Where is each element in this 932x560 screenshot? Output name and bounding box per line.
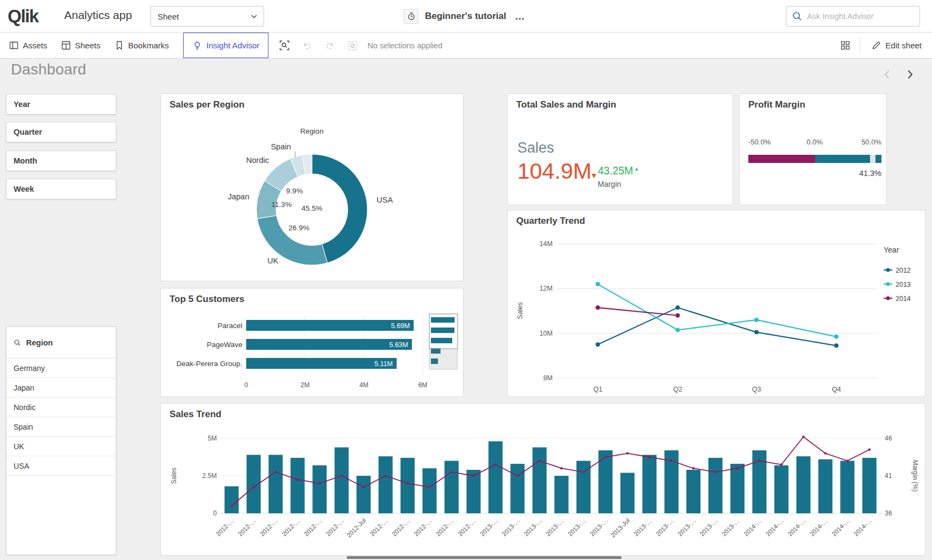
undo-button[interactable] xyxy=(297,35,317,56)
sheet-title: Dashboard xyxy=(11,61,86,78)
sheets-icon xyxy=(61,41,71,50)
clear-selections-button[interactable] xyxy=(342,35,363,56)
chevron-left-icon xyxy=(881,68,893,80)
filter-quarter[interactable]: Quarter xyxy=(6,122,116,142)
search-icon xyxy=(792,11,803,22)
region-listbox-header[interactable]: Region xyxy=(7,327,116,358)
toolbar-divider xyxy=(860,39,860,53)
clock-icon xyxy=(407,12,416,21)
chevron-down-icon xyxy=(251,15,257,18)
horizontal-scrollbar[interactable] xyxy=(347,556,622,559)
svg-text:2M: 2M xyxy=(301,381,310,389)
sales-per-region-chart[interactable]: RegionUSA45.5%UK26.9%Japan11.3%Nordic9.9… xyxy=(160,93,464,281)
filter-year[interactable]: Year xyxy=(6,94,116,115)
svg-text:2013-…: 2013-… xyxy=(677,517,697,537)
svg-text:2013-…: 2013-… xyxy=(501,517,521,537)
svg-text:26.9%: 26.9% xyxy=(289,224,309,232)
listbox-item-japan[interactable]: Japan xyxy=(7,378,116,398)
edit-sheet-button[interactable]: Edit sheet xyxy=(865,33,929,58)
svg-text:Q2: Q2 xyxy=(673,386,683,393)
kpi-title: Total Sales and Margin xyxy=(516,99,616,110)
insight-advisor-search[interactable] xyxy=(786,6,920,27)
qlik-logo[interactable]: Qlik xyxy=(8,6,38,27)
insight-advisor-label: Insight Advisor xyxy=(207,41,260,50)
svg-text:Nordic: Nordic xyxy=(246,156,269,165)
svg-text:Region: Region xyxy=(301,127,324,135)
svg-text:6M: 6M xyxy=(418,381,428,389)
undo-icon xyxy=(302,41,312,51)
listbox-item-uk[interactable]: UK xyxy=(7,437,116,456)
svg-text:2014-…: 2014-… xyxy=(809,517,829,537)
svg-text:2013-…: 2013-… xyxy=(698,517,718,537)
redo-icon xyxy=(325,41,335,51)
insight-advisor-icon xyxy=(192,41,202,51)
assets-label: Assets xyxy=(23,41,47,50)
svg-text:Q4: Q4 xyxy=(832,386,841,393)
bookmarks-button[interactable]: Bookmarks xyxy=(108,33,176,58)
region-listbox: Region Germany Japan Nordic Spain UK USA xyxy=(6,326,116,555)
insight-advisor-button[interactable]: Insight Advisor xyxy=(183,33,269,58)
svg-text:PageWave: PageWave xyxy=(207,341,242,349)
document-title[interactable]: Beginner's tutorial xyxy=(425,11,506,22)
sheet-selector-dropdown[interactable]: Sheet xyxy=(151,6,264,27)
svg-text:Japan: Japan xyxy=(228,192,249,201)
svg-text:Paracel: Paracel xyxy=(217,322,242,330)
bar-chart-canvas: 02M4M6MParacel5.69MPageWave5.63MDeak-Per… xyxy=(161,288,464,398)
line-chart-canvas: 8M10M12M14MQ1Q2Q3Q4SalesYear201220132014 xyxy=(508,210,926,398)
kpi-measure-label: Sales xyxy=(517,140,554,156)
listbox-item-spain[interactable]: Spain xyxy=(7,417,116,437)
bookmark-icon xyxy=(115,41,124,50)
search-input[interactable] xyxy=(807,12,914,21)
svg-text:2013-…: 2013-… xyxy=(545,517,565,537)
svg-text:46: 46 xyxy=(885,435,892,442)
svg-text:2012-…: 2012-… xyxy=(259,517,279,537)
trend-down-icon: ▼ xyxy=(590,171,598,180)
selection-tools xyxy=(274,35,363,56)
listbox-item-nordic[interactable]: Nordic xyxy=(7,398,116,417)
gauge-body: -50.0%0.0%50.0%41.3% xyxy=(740,94,886,205)
svg-text:2014-…: 2014-… xyxy=(786,517,806,537)
sheets-button[interactable]: Sheets xyxy=(54,33,108,58)
svg-text:Q3: Q3 xyxy=(752,386,761,393)
previous-sheet-button[interactable] xyxy=(881,68,893,83)
filter-month[interactable]: Month xyxy=(6,150,116,171)
next-sheet-button[interactable] xyxy=(904,68,916,83)
top5-customers-chart[interactable]: 02M4M6MParacel5.69MPageWave5.63MDeak-Per… xyxy=(160,288,464,397)
svg-text:Year: Year xyxy=(884,246,899,254)
svg-text:5.63M: 5.63M xyxy=(389,341,408,349)
redo-button[interactable] xyxy=(320,35,340,56)
svg-text:0: 0 xyxy=(245,381,248,389)
filter-week[interactable]: Week xyxy=(6,179,116,199)
svg-text:2012-…: 2012-… xyxy=(281,517,301,537)
svg-text:Deak-Perera Group.: Deak-Perera Group. xyxy=(176,360,242,368)
svg-text:45.5%: 45.5% xyxy=(302,204,322,212)
svg-text:2012-…: 2012-… xyxy=(368,517,389,537)
svg-text:12M: 12M xyxy=(540,285,553,292)
profit-margin-gauge[interactable]: -50.0%0.0%50.0%41.3% Profit Margin xyxy=(739,93,887,205)
sheet-selector-label: Sheet xyxy=(158,12,179,21)
svg-text:2012-…: 2012-… xyxy=(325,517,345,537)
svg-text:2014-…: 2014-… xyxy=(853,517,873,537)
sheet-grid-button[interactable] xyxy=(835,35,855,56)
svg-text:2012-…: 2012-… xyxy=(391,517,411,537)
svg-text:2013-…: 2013-… xyxy=(655,517,675,537)
svg-text:2014-…: 2014-… xyxy=(742,517,762,537)
svg-text:2013-Jul: 2013-Jul xyxy=(609,517,631,539)
assets-button[interactable]: Assets xyxy=(2,33,54,58)
chart-title: Sales Trend xyxy=(170,409,221,420)
svg-text:Sales: Sales xyxy=(170,468,178,484)
listbox-item-usa[interactable]: USA xyxy=(7,456,116,476)
svg-text:2012-…: 2012-… xyxy=(412,517,433,537)
clear-selections-icon xyxy=(348,41,358,51)
total-sales-kpi[interactable]: Total Sales and Margin Sales 104.9M ▼ 43… xyxy=(507,93,733,205)
quarterly-trend-chart[interactable]: 8M10M12M14MQ1Q2Q3Q4SalesYear201220132014… xyxy=(507,210,925,397)
more-menu-button[interactable]: … xyxy=(515,11,526,22)
kpi-margin-value: 43.25M xyxy=(598,165,633,177)
svg-text:Sales: Sales xyxy=(516,302,524,319)
svg-text:10M: 10M xyxy=(540,330,553,337)
smart-search-button[interactable] xyxy=(274,35,295,56)
kpi-margin-label: Margin xyxy=(598,180,639,188)
listbox-item-germany[interactable]: Germany xyxy=(7,358,116,378)
svg-text:8M: 8M xyxy=(543,374,553,382)
sales-trend-chart[interactable]: 02.5M5M3641462012-…2012-…2012-…2012-…201… xyxy=(160,403,925,556)
